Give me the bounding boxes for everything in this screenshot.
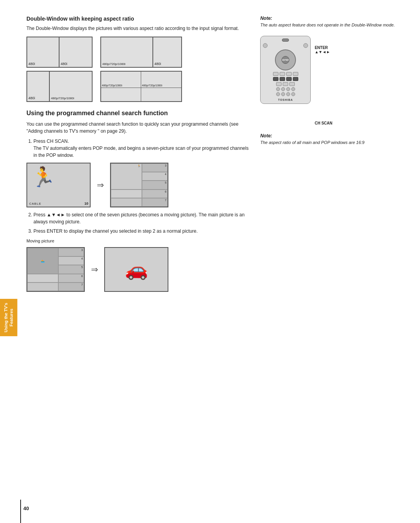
remote-row-5 <box>263 92 308 96</box>
btn-5[interactable] <box>276 82 282 86</box>
btn-6[interactable] <box>283 82 288 86</box>
thumb2-4: 4 <box>58 256 84 265</box>
remote-row-3 <box>263 82 308 86</box>
enter-label: ENTER <box>315 46 332 50</box>
dw-cell-4b: 480p/720p/1080i <box>141 72 181 88</box>
nav-circle[interactable]: ENTER <box>275 49 296 70</box>
double-window-heading: Double-Window with keeping aspect ratio <box>26 16 248 22</box>
enter-annotation: ENTER ▲▼◄► <box>315 46 332 54</box>
steps-list: Press CH SCAN. The TV automatically ente… <box>33 138 248 159</box>
thumb2-col1-5 <box>27 283 58 291</box>
step-1-text: Press CH SCAN. <box>33 139 69 144</box>
btn-round-7[interactable] <box>286 92 290 96</box>
btn-round-2[interactable] <box>281 87 285 91</box>
dw-cell-2b: 480i <box>153 37 181 67</box>
thumb-6: 6 <box>142 190 168 198</box>
btn-dark-2[interactable] <box>280 77 285 81</box>
side-tab-label: Using the TV's Features <box>0 299 18 336</box>
dw-cell-1a: 480i <box>27 37 60 67</box>
side-tab: Using the TV's Features <box>0 0 15 523</box>
thumb-3: 3 <box>142 163 168 172</box>
dw-box-1: 480i 480i <box>26 37 93 68</box>
btn-7[interactable] <box>289 82 295 86</box>
left-col-top: Double-Window with keeping aspect ratio … <box>26 16 248 296</box>
btn-dark-4[interactable] <box>293 77 298 81</box>
page: Using the TV's Features Double-Window wi… <box>0 0 420 523</box>
page-rule <box>20 500 21 523</box>
step-3: Press ENTER to display the channel you s… <box>33 228 248 235</box>
dw-row-2: 480i 480p/720p/1080i 480p/720p/1080i 480… <box>26 71 248 102</box>
dw-box-3: 480i 480p/720p/1080i <box>26 71 93 102</box>
btn-round-3[interactable] <box>286 87 290 91</box>
page-number: 40 <box>23 505 29 511</box>
bump-left <box>263 43 268 48</box>
remote-annotations: ENTER ▲▼◄► CH SCAN <box>315 36 332 125</box>
btn-dark-3[interactable] <box>286 77 292 81</box>
btn-round-5[interactable] <box>276 92 280 96</box>
step-3-text: Press ENTER to display the channel you s… <box>33 228 198 234</box>
btn-3[interactable] <box>286 72 292 76</box>
btn-1[interactable] <box>273 72 278 76</box>
btn-2[interactable] <box>280 72 285 76</box>
note2-label: Note: <box>260 133 408 139</box>
thumb-col1-4 <box>111 190 142 198</box>
result-illustration: 🚗 <box>125 259 148 281</box>
main-illustration: 🏃 <box>31 167 55 187</box>
remote-ir <box>263 39 308 42</box>
enter-btn[interactable]: ENTER <box>282 56 289 64</box>
thumb-col1-5 <box>111 198 142 207</box>
arrows-label: ▲▼◄► <box>315 50 332 54</box>
dw-cell-3a: 480i <box>27 72 50 101</box>
btn-4[interactable] <box>293 72 298 76</box>
thumb2-col1-4 <box>27 274 58 283</box>
step-1-detail: The TV automatically enters POP mode, an… <box>33 146 248 158</box>
channel-search-body: You can use the programmed channel searc… <box>26 121 248 135</box>
remote-and-labels: ENTER <box>260 36 369 125</box>
thumb-main: 🏃 <box>111 163 142 190</box>
chscan-label: CH SCAN <box>315 121 332 125</box>
step-1: Press CH SCAN. The TV automatically ente… <box>33 138 248 159</box>
thumb-7: 7 <box>142 198 168 207</box>
remote-row-1 <box>263 72 308 76</box>
thumb-main-icon: 🏃 <box>137 165 141 168</box>
note-double-window: Note: The auto aspect feature does not o… <box>260 16 408 28</box>
btn-round-1[interactable] <box>276 87 280 91</box>
ch-number: 10 <box>84 202 88 205</box>
remote-control: ENTER <box>260 36 311 104</box>
dw-cell-2a: 480p/720p/1080i <box>101 37 153 67</box>
dw-cell-4a: 480p/720p/1080i <box>101 72 141 88</box>
thumb-grid-2: 🏊 3 4 5 6 7 <box>26 247 85 292</box>
btn-dark-1[interactable] <box>273 77 278 81</box>
ir-emitter <box>282 39 289 42</box>
dw-cell-4c <box>101 88 141 101</box>
remote-bumps <box>263 43 308 48</box>
btn-round-8[interactable] <box>291 92 295 96</box>
scan-diagram-2: 🏊 3 4 5 6 7 ⇒ 🚗 <box>26 247 248 292</box>
thumb2-3: 3 <box>58 248 84 256</box>
step-2-text: Press ▲▼◄► to select one of the seven pi… <box>33 212 245 225</box>
thumb-5: 5 <box>142 181 168 189</box>
bump-right <box>303 43 308 48</box>
arrow-right-2: ⇒ <box>91 265 98 275</box>
note-dw-label: Note: <box>260 16 408 21</box>
remote-button-rows <box>263 72 308 96</box>
cable-label: CABLE <box>29 202 41 205</box>
dw-cell-4d <box>141 88 181 101</box>
remote-row-4 <box>263 87 308 91</box>
remote-wrapper: ENTER <box>260 36 369 125</box>
steps-list-2: Press ▲▼◄► to select one of the seven pi… <box>33 211 248 235</box>
scan-main-pic: 🏃 CABLE 10 <box>26 163 91 207</box>
thumb2-6: 6 <box>58 274 84 283</box>
note2-text: The aspect ratio of all main and POP win… <box>260 140 408 146</box>
thumb2-7: 7 <box>58 283 84 291</box>
note-dw-text: The auto aspect feature does not operate… <box>260 22 408 28</box>
result-pic: 🚗 <box>104 247 168 292</box>
btn-round-4[interactable] <box>291 87 295 91</box>
dw-box-4: 480p/720p/1080i 480p/720p/1080i <box>100 71 182 102</box>
two-col-top: Double-Window with keeping aspect ratio … <box>26 16 408 296</box>
dw-diagrams: 480i 480i 480p/720p/1080i 480i 48 <box>26 37 248 102</box>
thumb2-main: 🏊 <box>27 248 58 274</box>
btn-round-6[interactable] <box>281 92 285 96</box>
step-2: Press ▲▼◄► to select one of the seven pi… <box>33 211 248 225</box>
main-content: Double-Window with keeping aspect ratio … <box>15 0 420 523</box>
